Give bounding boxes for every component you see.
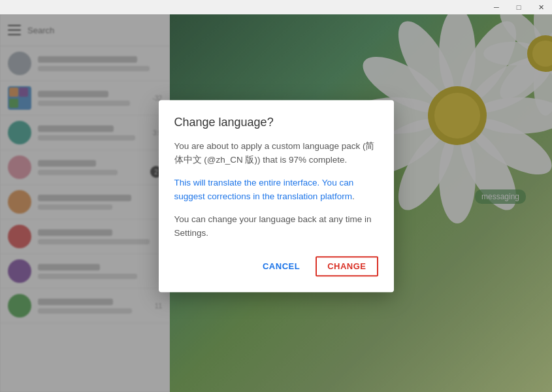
- maximize-button[interactable]: □: [508, 0, 530, 14]
- cancel-button[interactable]: CANCEL: [252, 256, 310, 276]
- dialog-body: You are about to apply a custom language…: [174, 140, 378, 240]
- translation-platform-link[interactable]: translation platform: [277, 191, 352, 201]
- dialog-paragraph-3: You can change your language back at any…: [174, 213, 378, 240]
- dialog-actions: CANCEL CHANGE: [174, 256, 378, 276]
- minimize-button[interactable]: ─: [485, 0, 508, 14]
- dialog-paragraph-2-after: .: [352, 191, 355, 201]
- title-bar: ─ □ ✕: [0, 0, 552, 14]
- dialog-paragraph-1: You are about to apply a custom language…: [174, 140, 378, 167]
- change-language-dialog: Change language? You are about to apply …: [159, 100, 394, 292]
- close-button[interactable]: ✕: [530, 0, 552, 14]
- dialog-paragraph-2: This will translate the entire interface…: [174, 176, 378, 204]
- dialog-title: Change language?: [174, 116, 378, 129]
- change-button[interactable]: CHANGE: [316, 256, 378, 276]
